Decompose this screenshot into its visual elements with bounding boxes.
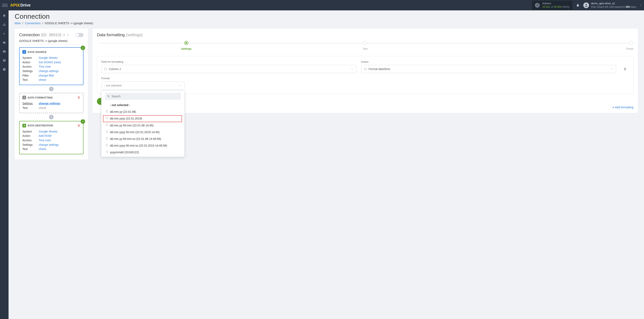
format-option[interactable]: dd.mm.yy hh:mm:ss (22.01.98 14:45:56) (103, 136, 182, 142)
rail-home-icon[interactable] (0, 12, 8, 20)
format-option[interactable]: dd.mm.yy (22.01.98) (103, 108, 182, 115)
source-settings[interactable]: change settings (39, 70, 59, 73)
format-value: - not selected - (104, 84, 123, 87)
rail-briefcase-icon[interactable] (0, 38, 8, 46)
dest-action[interactable]: Add ROW (39, 134, 52, 138)
svg-rect-12 (63, 34, 64, 36)
data-formatting-card: Data formatting (settings) Settings Test… (92, 28, 638, 113)
crumb-main[interactable]: Main (15, 22, 21, 25)
rail-account-icon[interactable] (0, 56, 8, 64)
add-node-button[interactable]: + (49, 87, 54, 91)
field-select[interactable]: Column J (101, 65, 356, 73)
source-action[interactable]: Get ROWS (new) (39, 61, 61, 64)
radio-icon (104, 68, 107, 70)
right-title: Data formatting (97, 32, 125, 37)
block-head-dest: DATA DESTINATION (28, 124, 53, 127)
check-icon: ✓ (81, 119, 85, 124)
format-select[interactable]: - not selected - (101, 82, 185, 90)
user-menu[interactable]: demo_apix-drive_s2 Plan |Start| left unt… (583, 2, 636, 9)
svg-point-13 (68, 34, 68, 36)
formatting-form: Field for formatting Column J Action (97, 56, 634, 94)
block-data-source: ✓ 1DATA SOURCE SystemGoogle Sheets Actio… (19, 47, 84, 85)
chevron-down-icon[interactable] (639, 4, 642, 7)
format-option-highlighted[interactable]: dd.mm.yyyy (22.01.2019) (103, 115, 182, 122)
trash-icon[interactable] (77, 124, 80, 127)
svg-text:?: ? (4, 68, 5, 71)
formatting-test: check (39, 106, 46, 110)
step-finish[interactable]: Finish (455, 41, 634, 50)
format-option[interactable]: dd.mm.yyyy hh:mm (22.01.2019 14:45) (103, 129, 182, 136)
bell-icon[interactable] (576, 4, 580, 7)
crumb-leaf: GOOGLE SHEETS -> (google sheets) (45, 22, 93, 25)
dest-test[interactable]: check (39, 148, 46, 151)
actions-used: 25'161 (542, 5, 550, 8)
dest-settings[interactable]: change settings (39, 143, 59, 146)
source-filter[interactable]: change filter (39, 74, 54, 77)
avatar-icon (583, 2, 589, 8)
field-value: Column J (109, 68, 121, 71)
svg-rect-3 (4, 25, 5, 26)
formatting-settings[interactable]: change settings (39, 102, 60, 105)
action-value: Format date/time (369, 68, 390, 71)
step-test[interactable]: Test (276, 41, 454, 50)
dest-system[interactable]: Google Sheets (39, 130, 58, 133)
copy-icon[interactable] (62, 34, 65, 36)
dropdown-search[interactable] (105, 93, 181, 100)
gear-icon[interactable] (66, 34, 70, 36)
menu-toggle[interactable] (2, 2, 8, 8)
plan-text: Plan |Start| left until payment (591, 5, 625, 8)
add-node-button-2[interactable]: + (49, 115, 54, 119)
svg-point-8 (4, 60, 5, 61)
trash-icon[interactable] (77, 96, 80, 99)
dest-access[interactable]: Tina User (39, 139, 51, 142)
left-rail: $ ? (0, 10, 8, 319)
format-option[interactable]: dd.mm.yyyy hh:mm:ss (22.01.2019 14:45:56… (103, 142, 182, 149)
radio-icon (364, 68, 367, 70)
rail-video-icon[interactable] (0, 48, 8, 56)
format-option[interactable]: dd.mm.yy hh:mm (22.01.98 14:45) (103, 122, 182, 129)
crumb-connections[interactable]: Connections (25, 22, 41, 25)
actions-of: of (551, 5, 553, 8)
actions-label: Actions: (542, 2, 570, 5)
conn-name: GOOGLE SHEETS -> (google sheets) (19, 39, 84, 44)
dropdown-search-input[interactable] (112, 95, 179, 98)
actions-total: 50'000 (554, 5, 562, 8)
check-icon: ✓ (81, 46, 85, 50)
block-head-source: DATA SOURCE (28, 50, 47, 54)
format-option[interactable]: yyyymmdd (20190122) (103, 149, 182, 155)
svg-text:$: $ (4, 32, 5, 35)
plan-days-word: days (631, 5, 636, 8)
info-icon: i (535, 3, 540, 8)
search-icon (107, 95, 110, 98)
delete-row-button[interactable] (621, 65, 629, 73)
source-access[interactable]: Tina User (39, 65, 51, 68)
enable-toggle[interactable] (75, 33, 84, 37)
logo[interactable]: APIXDrive (10, 3, 30, 8)
breadcrumb: Main / Connections / GOOGLE SHEETS -> (g… (15, 22, 638, 25)
rail-help-icon[interactable]: ? (0, 65, 8, 74)
right-subtitle: (settings) (126, 32, 142, 37)
format-dropdown: - not selected - dd.mm.yy (22.01.98) dd.… (101, 90, 185, 157)
conn-id: (ID: 38910) (41, 32, 61, 37)
source-test[interactable]: check (39, 78, 46, 82)
field-label: Field for formatting (101, 60, 356, 63)
user-name: demo_apix-drive_s2 (591, 2, 636, 5)
format-label: Format (101, 77, 629, 80)
format-option[interactable]: - not selected - (103, 102, 182, 108)
block-data-formatting: 2DATA FORMATTING Settingschange settings… (19, 93, 84, 113)
stepper: Settings Test Finish (97, 41, 634, 50)
step-settings[interactable]: Settings (97, 41, 276, 50)
plan-days: 360 (626, 5, 630, 8)
topbar: APIXDrive i Actions: 25'161 of 50'000 (5… (0, 0, 644, 10)
source-system[interactable]: Google Sheets (39, 56, 58, 60)
rail-billing-icon[interactable]: $ (0, 30, 8, 38)
svg-rect-1 (4, 23, 5, 24)
chevron-up-icon (179, 84, 182, 87)
action-select[interactable]: Format date/time (361, 65, 616, 73)
svg-point-0 (586, 4, 587, 5)
actions-counter[interactable]: i Actions: 25'161 of 50'000 (50%) (532, 0, 572, 10)
svg-rect-2 (3, 25, 4, 26)
rail-connections-icon[interactable] (0, 20, 8, 29)
block-data-destination: ✓ 3DATA DESTINATION SystemGoogle Sheets … (19, 121, 84, 154)
chevron-down-icon (351, 68, 353, 70)
